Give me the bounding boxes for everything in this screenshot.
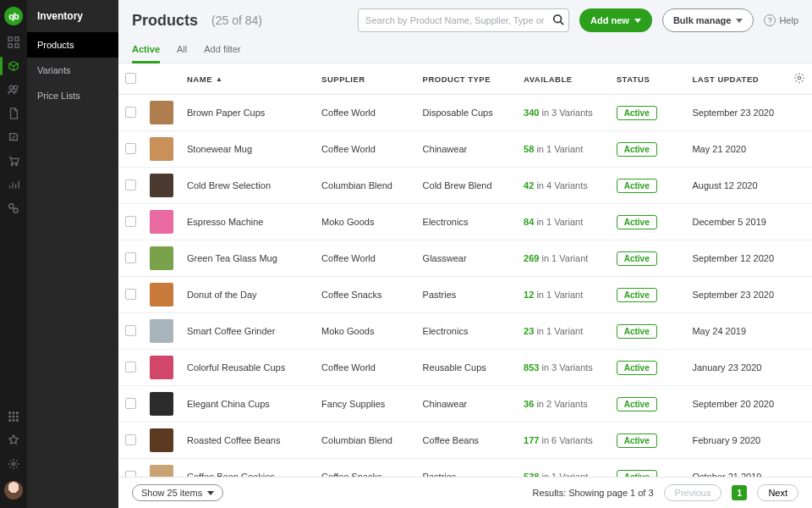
help-icon: ? xyxy=(764,14,776,26)
svg-rect-1 xyxy=(15,37,19,41)
col-available[interactable]: AVAILABLE xyxy=(517,64,610,95)
tab-all[interactable]: All xyxy=(177,39,187,63)
col-name[interactable]: NAME▲ xyxy=(180,64,315,95)
results-text: Results: Showing page 1 of 3 xyxy=(532,488,653,498)
row-checkbox[interactable] xyxy=(125,362,136,373)
product-thumbnail xyxy=(150,174,173,197)
user-avatar[interactable] xyxy=(4,481,23,500)
product-type: Electronics xyxy=(416,313,518,350)
last-updated: February 9 2020 xyxy=(685,422,787,459)
search-box xyxy=(358,8,569,32)
table-row[interactable]: Coffee Bean CookiesCoffee SnacksPastries… xyxy=(118,459,812,478)
sidenav-item-variants[interactable]: Variants xyxy=(27,58,118,83)
svg-point-18 xyxy=(17,420,19,422)
table-row[interactable]: Green Tea Glass MugCoffee WorldGlasswear… xyxy=(118,240,812,277)
table-row[interactable]: Smart Coffee GrinderMoko GoodsElectronic… xyxy=(118,313,812,350)
supplier-name: Coffee World xyxy=(315,131,415,168)
tabs: ActiveAllAdd filter xyxy=(118,32,812,64)
col-supplier[interactable]: SUPPLIER xyxy=(315,64,415,95)
document-icon[interactable] xyxy=(7,107,20,120)
row-checkbox[interactable] xyxy=(125,216,136,227)
table-row[interactable]: Elegant China CupsFancy SuppliesChinawea… xyxy=(118,386,812,422)
available: 538 in 1 Variant xyxy=(517,459,610,478)
add-new-button[interactable]: Add new xyxy=(579,8,652,32)
supplier-name: Moko Goods xyxy=(315,313,415,350)
topbar: Products (25 of 84) Add new Bulk manage … xyxy=(118,0,812,32)
product-thumbnail xyxy=(150,465,173,477)
available: 84 in 1 Variant xyxy=(517,204,610,240)
product-name: Espresso Machine xyxy=(180,204,315,240)
brand-logo[interactable]: qb xyxy=(4,7,23,25)
supplier-name: Moko Goods xyxy=(315,204,415,240)
row-checkbox[interactable] xyxy=(125,434,136,445)
row-checkbox[interactable] xyxy=(125,398,136,409)
col-updated[interactable]: LAST UPDATED xyxy=(685,64,787,95)
row-checkbox[interactable] xyxy=(125,252,136,263)
supplier-name: Coffee World xyxy=(315,95,415,131)
next-page-button[interactable]: Next xyxy=(757,484,798,501)
table-row[interactable]: Stonewear MugCoffee WorldChinawear58 in … xyxy=(118,131,812,168)
select-all-checkbox[interactable] xyxy=(125,73,136,84)
table-row[interactable]: Colorful Reusable CupsCoffee WorldReusab… xyxy=(118,350,812,386)
product-name: Roasted Coffee Beans xyxy=(180,422,315,459)
last-updated: May 24 2019 xyxy=(685,313,787,350)
svg-point-5 xyxy=(14,86,17,89)
table-row[interactable]: Cold Brew SelectionColumbian BlendCold B… xyxy=(118,168,812,204)
row-checkbox[interactable] xyxy=(125,471,136,478)
row-checkbox[interactable] xyxy=(125,143,136,154)
page-size-selector[interactable]: Show 25 items xyxy=(132,484,223,501)
product-type: Coffee Beans xyxy=(416,422,518,459)
help-link[interactable]: ?Help xyxy=(764,14,798,26)
row-checkbox[interactable] xyxy=(125,289,136,300)
row-checkbox[interactable] xyxy=(125,325,136,336)
search-input[interactable] xyxy=(358,8,569,32)
svg-point-16 xyxy=(9,420,11,422)
chevron-down-icon xyxy=(207,491,214,495)
table-row[interactable]: Espresso MachineMoko GoodsElectronics84 … xyxy=(118,204,812,240)
svg-rect-2 xyxy=(8,44,12,47)
product-name: Smart Coffee Grinder xyxy=(180,313,315,350)
product-thumbnail xyxy=(150,392,173,416)
current-page[interactable]: 1 xyxy=(732,485,747,500)
tab-active[interactable]: Active xyxy=(132,39,160,63)
cart-icon[interactable] xyxy=(7,154,20,168)
bulk-manage-button[interactable]: Bulk manage xyxy=(662,8,754,32)
settings-icon[interactable] xyxy=(7,457,20,471)
page-title: Products xyxy=(132,12,198,30)
table-row[interactable]: Donut of the DayCoffee SnacksPastries12 … xyxy=(118,277,812,313)
svg-point-14 xyxy=(13,416,14,417)
sidenav-item-price-lists[interactable]: Price Lists xyxy=(27,83,118,108)
integrations-icon[interactable] xyxy=(7,202,20,215)
tab-add-filter[interactable]: Add filter xyxy=(204,39,240,63)
svg-rect-3 xyxy=(15,44,19,47)
orders-icon[interactable] xyxy=(7,130,20,144)
svg-point-15 xyxy=(17,416,19,417)
available: 12 in 1 Variant xyxy=(517,277,610,313)
apps-icon[interactable] xyxy=(7,410,20,423)
inventory-icon[interactable] xyxy=(7,59,20,73)
status-badge: Active xyxy=(617,397,657,411)
svg-point-12 xyxy=(17,412,19,414)
row-checkbox[interactable] xyxy=(125,107,136,118)
product-name: Colorful Reusable Cups xyxy=(180,350,315,386)
table-row[interactable]: Brown Paper CupsCoffee WorldDisposable C… xyxy=(118,95,812,131)
reports-icon[interactable] xyxy=(7,178,20,191)
sidenav-item-products[interactable]: Products xyxy=(27,32,118,58)
customers-icon[interactable] xyxy=(7,83,20,97)
dashboard-icon[interactable] xyxy=(7,36,20,49)
table-settings-icon[interactable] xyxy=(793,76,805,86)
svg-point-19 xyxy=(12,462,15,466)
search-icon[interactable] xyxy=(552,14,564,28)
product-thumbnail xyxy=(150,210,173,234)
status-badge: Active xyxy=(617,433,657,448)
prev-page-button[interactable]: Previous xyxy=(664,484,722,501)
star-icon[interactable] xyxy=(7,433,20,447)
product-type: Chinawear xyxy=(416,386,518,422)
col-type[interactable]: PRODUCT TYPE xyxy=(416,64,518,95)
svg-point-13 xyxy=(9,416,11,417)
row-checkbox[interactable] xyxy=(125,179,136,190)
supplier-name: Coffee Snacks xyxy=(315,277,415,313)
table-row[interactable]: Roasted Coffee BeansColumbian BlendCoffe… xyxy=(118,422,812,459)
col-status[interactable]: STATUS xyxy=(610,64,686,95)
available: 177 in 6 Variants xyxy=(517,422,610,459)
